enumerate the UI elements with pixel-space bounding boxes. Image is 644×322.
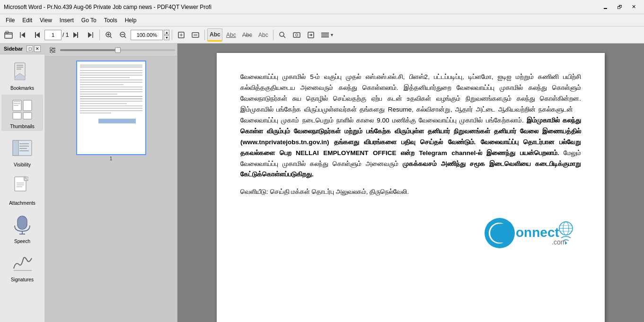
sidebar-label-speech: Speech [14,239,30,244]
sidebar-close-button[interactable]: ✕ [34,45,41,52]
sidebar-item-visibility[interactable]: Visibility [1,133,43,169]
connect-logo: onnect .com [240,212,581,254]
menu-goto[interactable]: Go To [78,16,100,25]
document-area[interactable]: வேலைவாய்ப்பு முகாமில் 5-ம் வகுப்பு முதல்… [177,44,644,322]
next-page-button[interactable] [70,28,83,42]
svg-rect-42 [14,103,20,104]
svg-rect-45 [13,140,18,156]
page-total: / 1 [62,32,69,38]
sep3 [204,30,205,40]
export-button[interactable] [304,28,318,42]
svg-point-63 [50,47,52,49]
sidebar-item-attachments[interactable]: Attachments [1,171,43,208]
svg-rect-56 [18,216,27,229]
sidebar-item-speech[interactable]: Speech [1,209,43,246]
svg-rect-39 [13,113,21,119]
sep2 [172,30,172,40]
menu-insert[interactable]: Insert [56,16,78,25]
thumbnail-item-1[interactable]: 1 [76,61,146,161]
sep1 [99,30,100,40]
zoom-down-arrow[interactable]: ▼ [164,35,169,40]
more-tools-button[interactable]: ▼ [318,28,335,42]
svg-rect-4 [35,32,36,38]
zoom-input[interactable] [131,30,163,40]
sidebar-label-thumbnails: Thumbnails [10,124,35,129]
menu-file[interactable]: File [2,16,18,25]
thumbnails-settings-button[interactable] [47,45,58,55]
menu-edit[interactable]: Edit [18,16,36,25]
sidebar-label-bookmarks: Bookmarks [10,86,34,91]
screenshot-button[interactable] [290,28,303,42]
zoom-up-arrow[interactable]: ▲ [164,30,169,35]
sidebar-item-bookmarks[interactable]: Bookmarks [1,56,43,93]
app-title: Microsoft Word - Pr.No.439 Aug-06 Privat… [4,4,212,10]
slider-thumb[interactable] [115,47,121,53]
restore-button[interactable]: 🗗 [613,2,626,12]
signatures-icon [9,250,35,276]
close-button[interactable]: ✕ [627,2,640,12]
svg-point-77 [565,242,567,244]
svg-marker-28 [311,34,312,36]
menu-view[interactable]: View [36,16,56,25]
svg-line-11 [110,36,112,38]
svg-point-25 [296,34,298,36]
sidebar-items: Bookmarks Thumbnails [0,54,44,286]
svg-rect-53 [17,183,24,183]
svg-point-64 [52,49,54,51]
thumbnail-page-content [77,61,145,154]
menu-tools[interactable]: Tools [100,16,121,25]
first-page-button[interactable] [16,28,29,42]
page-input-wrap: / 1 [44,30,69,40]
sidebar-collapse-button[interactable]: ◻ [26,45,33,52]
prev-page-button[interactable] [30,28,44,42]
zoom-arrows: ▲ ▼ [164,30,169,40]
svg-marker-9 [88,32,92,38]
zoom-out-button[interactable] [116,28,130,42]
zoom-in-button[interactable] [102,28,115,42]
open-button[interactable] [2,28,15,42]
document-paragraph-1: வேலைவாய்ப்பு முகாமில் 5-ம் வகுப்பு முதல்… [240,72,581,180]
svg-rect-36 [17,69,21,70]
svg-rect-24 [293,33,300,37]
minimize-button[interactable]: 🗕 [599,2,612,12]
svg-line-23 [283,36,285,38]
text-strikethrough-button[interactable]: Abc [239,28,255,42]
svg-text:onnect: onnect [516,225,559,240]
sep4 [273,30,273,40]
svg-rect-31 [321,36,329,37]
text-wavy-button[interactable]: Abc [256,28,271,42]
sidebar-header: Sidebar ◻ ✕ [0,44,44,54]
text-underline-button[interactable]: Abc [223,28,238,42]
sidebar-item-signatures[interactable]: Signatures [1,248,43,284]
menu-bar: File Edit View Insert Go To Tools Help [0,14,644,26]
bookmarks-icon [9,58,35,85]
svg-rect-38 [23,100,32,111]
sidebar-title: Sidebar [4,46,23,52]
thumbnail-image-1 [76,61,146,155]
svg-rect-47 [19,146,29,147]
svg-text:.com: .com [552,238,566,246]
thumbnails-content[interactable]: 1 [45,57,177,322]
page-input[interactable] [44,30,62,40]
svg-marker-7 [73,32,77,38]
connect-logo-inner: onnect .com [477,212,581,254]
slider-fill [60,49,118,51]
zoom-input-wrap: ▲ ▼ [131,30,169,40]
svg-rect-30 [321,35,329,35]
search-button[interactable] [276,28,289,42]
sidebar: Sidebar ◻ ✕ Bookmarks [0,44,45,322]
fit-width-button[interactable] [189,28,202,42]
svg-rect-54 [17,184,24,185]
svg-rect-46 [19,143,29,144]
window-controls: 🗕 🗗 ✕ [599,2,640,12]
last-page-button[interactable] [84,28,97,42]
sidebar-label-signatures: Signatures [11,277,34,282]
svg-rect-29 [321,33,329,34]
fit-page-button[interactable] [175,28,188,42]
svg-rect-0 [5,33,12,38]
text-highlight-button[interactable]: Abc [207,28,222,42]
svg-rect-49 [19,150,29,151]
sidebar-item-thumbnails[interactable]: Thumbnails [1,95,43,131]
menu-help[interactable]: Help [121,16,141,25]
page-content: வேலைவாய்ப்பு முகாமில் 5-ம் வகுப்பு முதல்… [217,53,605,322]
